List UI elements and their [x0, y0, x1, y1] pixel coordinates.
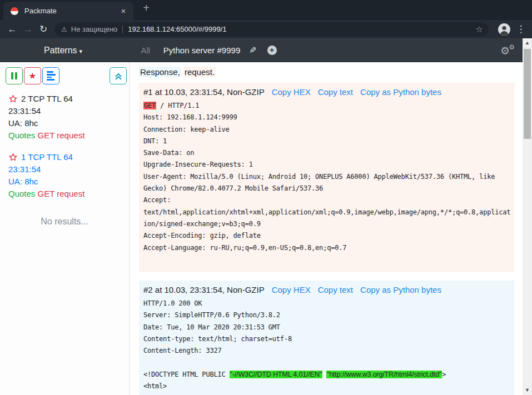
- settings-gears-icon[interactable]: ⚙ ⚙: [500, 44, 515, 57]
- gear-small-icon: ⚙: [509, 43, 515, 51]
- tab-current-pattern[interactable]: Python server #9999: [163, 46, 240, 55]
- tag-quotes: Quotes: [8, 189, 35, 198]
- chevron-down-icon: ▾: [79, 48, 83, 54]
- legend-request: request.: [183, 67, 216, 77]
- content-area: ★ 2 TCP TTL 64 23:31:54 UA: 8hc: [0, 62, 523, 395]
- tag-get-request: GET request: [38, 189, 85, 198]
- packet-list: #1 at 10.03, 23:31:54, Non-GZIPCopy HEXC…: [139, 83, 514, 395]
- packet-payload: GET / HTTP/1.1Host: 192.168.1.124:9999Co…: [143, 100, 510, 266]
- scrollbar-thumb[interactable]: [524, 49, 531, 139]
- stream-title: 1 TCP TTL 64: [21, 151, 73, 163]
- legend-response: Response,: [139, 67, 181, 77]
- copy-action-link[interactable]: Copy as Python bytes: [360, 285, 441, 294]
- patterns-label: Patterns: [44, 46, 77, 55]
- pause-button[interactable]: [6, 67, 23, 84]
- favorite-star-icon[interactable]: [8, 153, 18, 162]
- page-scrollbar[interactable]: ▲ ▼: [523, 38, 532, 395]
- favorite-star-icon[interactable]: [8, 94, 18, 103]
- align-left-icon: [47, 71, 56, 80]
- tab-all-patterns[interactable]: All: [141, 46, 150, 55]
- packet-block-request: #1 at 10.03, 23:31:54, Non-GZIPCopy HEXC…: [139, 83, 514, 272]
- url-text[interactable]: 192.168.1.124:65000/#/9999/1: [128, 25, 472, 33]
- back-icon[interactable]: ←: [4, 24, 20, 35]
- copy-action-link[interactable]: Copy as Python bytes: [360, 87, 441, 97]
- stream-ua: UA: 8hc: [8, 117, 125, 129]
- packet-header-row: #1 at 10.03, 23:31:54, Non-GZIPCopy HEXC…: [143, 86, 510, 100]
- packet-header-text: #1 at 10.03, 23:31:54, Non-GZIP: [143, 87, 265, 97]
- pattern-tabs: All Python server #9999 ✎ +: [141, 45, 277, 56]
- stream-time: 23:31:54: [8, 105, 125, 117]
- pause-icon: [11, 72, 17, 79]
- forward-icon[interactable]: →: [20, 24, 36, 35]
- stream-title-row: 1 TCP TTL 64: [8, 151, 125, 163]
- stream-item-active[interactable]: 1 TCP TTL 64 23:31:54 UA: 8hc Quotes GET…: [0, 146, 129, 204]
- stream-sidebar: ★ 2 TCP TTL 64 23:31:54 UA: 8hc: [0, 62, 130, 395]
- stream-title: 2 TCP TTL 64: [21, 93, 73, 105]
- copy-action-link[interactable]: Copy text: [318, 87, 353, 97]
- copy-action-link[interactable]: Copy text: [318, 285, 353, 294]
- packet-header-row: #2 at 10.03, 23:31:54, Non-GZIPCopy HEXC…: [143, 283, 510, 298]
- tag-quotes: Quotes: [8, 131, 35, 140]
- no-results-text: No results...: [0, 217, 129, 227]
- list-view-button[interactable]: [42, 67, 59, 84]
- person-icon: [498, 23, 511, 36]
- highlight-green: "-//W3C//DTD HTML 4.01//EN": [230, 371, 322, 378]
- stream-title-row: 2 TCP TTL 64: [8, 93, 125, 105]
- scrollbar-up-icon[interactable]: ▲: [523, 39, 532, 47]
- scrollbar-down-icon[interactable]: ▼: [523, 386, 532, 394]
- security-label[interactable]: Не защищено: [71, 25, 118, 33]
- profile-avatar[interactable]: [498, 23, 511, 36]
- stream-tags: Quotes GET request: [8, 129, 125, 142]
- scroll-top-button[interactable]: [110, 67, 127, 84]
- tab-close-icon[interactable]: ×: [118, 6, 129, 17]
- address-separator: [122, 26, 123, 33]
- packmate-favicon-icon: [10, 7, 19, 16]
- browser-tab[interactable]: Packmate ×: [3, 2, 133, 20]
- legend: Response, request.: [139, 67, 514, 77]
- browser-menu-icon[interactable]: ⋮: [514, 23, 528, 35]
- tag-get-request: GET request: [38, 131, 85, 140]
- reload-icon[interactable]: ↻: [36, 23, 51, 35]
- angles-up-icon: [115, 72, 122, 80]
- new-tab-button[interactable]: +: [139, 2, 153, 17]
- edit-pattern-icon[interactable]: ✎: [249, 45, 256, 56]
- packet-payload: HTTP/1.0 200 OKServer: SimpleHTTP/0.6 Py…: [143, 298, 510, 392]
- browser-tab-strip: Packmate × +: [0, 0, 532, 20]
- sidebar-toolbar: ★: [0, 62, 129, 88]
- bookmark-star-icon[interactable]: ☆: [476, 24, 483, 34]
- star-icon: ★: [28, 71, 36, 81]
- add-pattern-icon[interactable]: +: [267, 46, 277, 55]
- stream-ua: UA: 8hc: [8, 176, 125, 188]
- not-secure-warning-icon: ⚠: [61, 26, 67, 33]
- stream-time: 23:31:54: [8, 163, 125, 176]
- stream-item[interactable]: 2 TCP TTL 64 23:31:54 UA: 8hc Quotes GET…: [0, 88, 129, 146]
- packet-block-response: #2 at 10.03, 23:31:54, Non-GZIPCopy HEXC…: [139, 281, 514, 395]
- address-bar[interactable]: ⚠ Не защищено 192.168.1.124:65000/#/9999…: [54, 22, 489, 37]
- favorites-filter-button[interactable]: ★: [24, 67, 41, 84]
- tab-title: Packmate: [24, 7, 118, 15]
- highlight-red: GET: [143, 102, 156, 109]
- copy-action-link[interactable]: Copy HEX: [272, 87, 311, 97]
- stream-detail: Response, request. #1 at 10.03, 23:31:54…: [130, 62, 523, 395]
- highlight-green: "http://www.w3.org/TR/html4/strict.dtd": [326, 371, 442, 378]
- stream-tags: Quotes GET request: [8, 188, 125, 200]
- packet-header-text: #2 at 10.03, 23:31:54, Non-GZIP: [143, 285, 265, 294]
- browser-toolbar: ← → ↻ ⚠ Не защищено 192.168.1.124:65000/…: [0, 20, 532, 38]
- app-header: Patterns▾ All Python server #9999 ✎ + ⚙ …: [0, 38, 523, 62]
- copy-action-link[interactable]: Copy HEX: [272, 285, 311, 294]
- patterns-menu[interactable]: Patterns▾: [44, 46, 82, 56]
